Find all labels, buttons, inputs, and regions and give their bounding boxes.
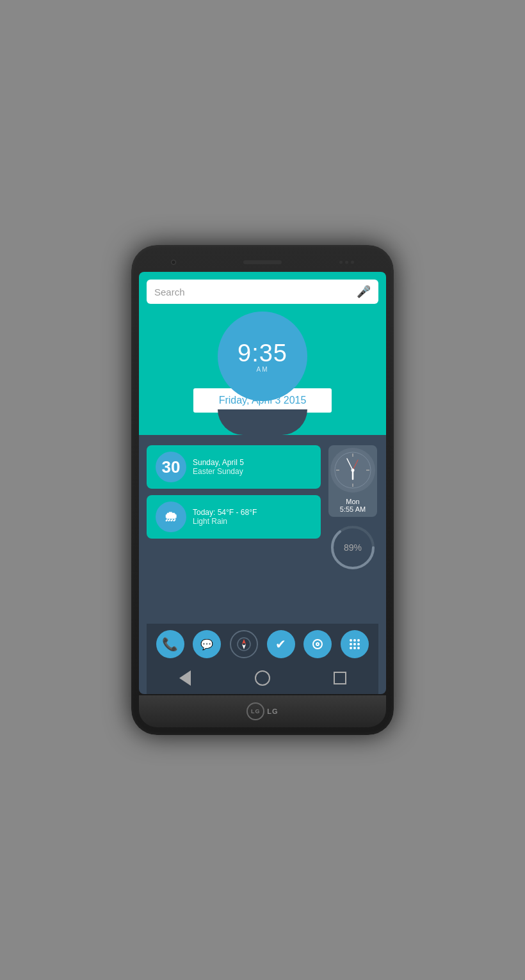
clock-arc (218, 409, 307, 435)
svg-point-20 (350, 643, 352, 645)
analog-clock-day: Mon (340, 498, 366, 505)
search-bar[interactable]: Search 🎤 (147, 280, 378, 304)
calendar-day-number: 30 (162, 457, 181, 477)
dock-compass-icon[interactable] (230, 630, 258, 658)
sensor-dots (339, 261, 354, 264)
screen-bottom-section: 30 Sunday, April 5 Easter Sunday 🌧 (139, 435, 386, 694)
widgets-left: 30 Sunday, April 5 Easter Sunday 🌧 (147, 445, 321, 592)
svg-marker-12 (242, 639, 246, 644)
battery-widget[interactable]: 89% (328, 523, 377, 572)
microphone-icon[interactable]: 🎤 (357, 285, 371, 299)
lg-logo: LG LG (246, 702, 278, 720)
nav-home-button[interactable] (253, 668, 272, 688)
spacer (147, 592, 378, 624)
svg-point-17 (350, 639, 352, 642)
recent-icon (334, 672, 346, 684)
clock-circle: 9:35 AM (218, 312, 307, 401)
lg-logo-circle: LG (246, 702, 264, 720)
clock-time: 9:35 (238, 340, 287, 367)
camera-dot (171, 260, 176, 265)
svg-point-8 (351, 469, 355, 472)
calendar-event-name: Easter Sunday (193, 467, 244, 476)
analog-clock-widget[interactable]: Mon 5:55 AM (328, 445, 377, 517)
svg-point-24 (353, 647, 356, 649)
phone-device: Search 🎤 9:35 AM Friday, April 3 2015 (131, 245, 394, 735)
weather-widget[interactable]: 🌧 Today: 54°F - 68°F Light Rain (147, 495, 321, 539)
app-dock: 📞 💬 ✔ (147, 624, 378, 663)
nav-recent-button[interactable] (330, 668, 350, 688)
search-placeholder: Search (154, 287, 185, 297)
dock-apps-icon[interactable] (341, 630, 369, 658)
weather-icon-circle: 🌧 (156, 502, 186, 532)
svg-marker-13 (242, 644, 246, 649)
phone-bottom-bar: LG LG (139, 695, 386, 727)
dock-tasks-icon[interactable]: ✔ (267, 630, 295, 658)
dock-sms-icon[interactable]: 💬 (193, 630, 221, 658)
dock-phone-icon[interactable]: 📞 (156, 630, 184, 658)
screen-top-section: Search 🎤 9:35 AM Friday, April 3 2015 (139, 272, 386, 435)
calendar-widget[interactable]: 30 Sunday, April 5 Easter Sunday (147, 445, 321, 489)
svg-point-16 (317, 644, 318, 645)
clock-ampm: AM (256, 366, 268, 373)
back-icon (179, 670, 191, 686)
analog-clock-svg (334, 451, 372, 489)
phone-top-bar (139, 253, 386, 272)
battery-percent: 89% (344, 542, 362, 553)
widgets-right: Mon 5:55 AM 89% (327, 445, 378, 592)
svg-point-19 (357, 639, 360, 642)
weather-condition: Light Rain (193, 517, 257, 526)
svg-point-18 (353, 639, 356, 642)
analog-clock-face (330, 448, 375, 493)
svg-point-25 (357, 647, 360, 649)
analog-clock-label: Mon 5:55 AM (340, 495, 366, 517)
analog-clock-time: 5:55 AM (340, 505, 366, 513)
widgets-row: 30 Sunday, April 5 Easter Sunday 🌧 (147, 445, 378, 592)
calendar-event-date: Sunday, April 5 (193, 458, 244, 467)
weather-text: Today: 54°F - 68°F Light Rain (193, 508, 257, 526)
home-icon (255, 670, 270, 686)
svg-point-22 (357, 643, 360, 645)
clock-widget: 9:35 AM Friday, April 3 2015 (193, 312, 332, 435)
calendar-icon-circle: 30 (156, 452, 186, 482)
svg-point-23 (350, 647, 352, 649)
weather-temp-range: Today: 54°F - 68°F (193, 508, 257, 517)
phone-screen: Search 🎤 9:35 AM Friday, April 3 2015 (139, 272, 386, 694)
speaker-grille (243, 260, 282, 264)
nav-back-button[interactable] (175, 668, 195, 688)
lg-brand-text: LG (267, 707, 278, 715)
calendar-text: Sunday, April 5 Easter Sunday (193, 458, 244, 476)
nav-bar (147, 663, 378, 694)
dock-camera-icon[interactable] (303, 630, 332, 658)
svg-point-21 (353, 643, 356, 645)
